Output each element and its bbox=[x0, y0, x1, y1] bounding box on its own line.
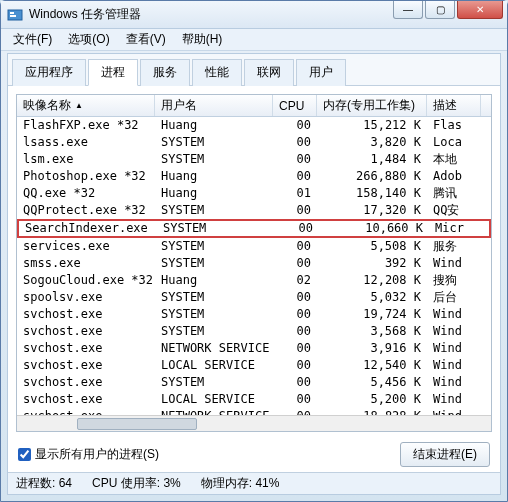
tab-strip: 应用程序 进程 服务 性能 联网 用户 bbox=[8, 54, 500, 86]
cell-user: SYSTEM bbox=[155, 151, 273, 168]
table-row[interactable]: smss.exeSYSTEM00392 KWind bbox=[17, 255, 491, 272]
cell-user: Huang bbox=[155, 185, 273, 202]
table-row[interactable]: services.exeSYSTEM005,508 K服务 bbox=[17, 238, 491, 255]
table-row[interactable]: svchost.exeLOCAL SERVICE0012,540 KWind bbox=[17, 357, 491, 374]
status-cpu: CPU 使用率: 3% bbox=[92, 475, 181, 492]
cell-name: Photoshop.exe *32 bbox=[17, 168, 155, 185]
menu-help[interactable]: 帮助(H) bbox=[174, 29, 231, 50]
table-row[interactable]: lsass.exeSYSTEM003,820 KLoca bbox=[17, 134, 491, 151]
cell-cpu: 00 bbox=[273, 340, 317, 357]
table-row[interactable]: svchost.exeNETWORK SERVICE003,916 KWind bbox=[17, 340, 491, 357]
show-all-users-checkbox[interactable]: 显示所有用户的进程(S) bbox=[18, 446, 400, 463]
cell-mem: 3,820 K bbox=[317, 134, 427, 151]
cell-mem: 266,880 K bbox=[317, 168, 427, 185]
cell-desc: 服务 bbox=[427, 238, 481, 255]
col-cpu[interactable]: CPU bbox=[273, 95, 317, 116]
cell-cpu: 00 bbox=[273, 306, 317, 323]
cell-mem: 392 K bbox=[317, 255, 427, 272]
col-image-name[interactable]: 映像名称▲ bbox=[17, 95, 155, 116]
table-row[interactable]: Photoshop.exe *32Huang00266,880 KAdob bbox=[17, 168, 491, 185]
cell-desc: Wind bbox=[427, 340, 481, 357]
svg-rect-1 bbox=[10, 12, 14, 14]
cell-cpu: 00 bbox=[273, 255, 317, 272]
cell-name: SearchIndexer.exe bbox=[19, 221, 157, 236]
table-row[interactable]: svchost.exeLOCAL SERVICE005,200 KWind bbox=[17, 391, 491, 408]
end-process-button[interactable]: 结束进程(E) bbox=[400, 442, 490, 467]
cell-name: svchost.exe bbox=[17, 340, 155, 357]
cell-user: SYSTEM bbox=[155, 255, 273, 272]
menu-view[interactable]: 查看(V) bbox=[118, 29, 174, 50]
table-row[interactable]: svchost.exeSYSTEM003,568 KWind bbox=[17, 323, 491, 340]
cell-user: Huang bbox=[155, 168, 273, 185]
cell-cpu: 00 bbox=[273, 151, 317, 168]
cell-cpu: 00 bbox=[273, 134, 317, 151]
tab-networking[interactable]: 联网 bbox=[244, 59, 294, 86]
cell-user: SYSTEM bbox=[157, 221, 275, 236]
horizontal-scrollbar[interactable] bbox=[17, 415, 491, 431]
maximize-button[interactable]: ▢ bbox=[425, 1, 455, 19]
cell-mem: 5,456 K bbox=[317, 374, 427, 391]
table-row[interactable]: lsm.exeSYSTEM001,484 K本地 bbox=[17, 151, 491, 168]
tab-users[interactable]: 用户 bbox=[296, 59, 346, 86]
close-button[interactable]: ✕ bbox=[457, 1, 503, 19]
scrollbar-thumb[interactable] bbox=[77, 418, 197, 430]
cell-desc: Wind bbox=[427, 306, 481, 323]
cell-desc: QQ安 bbox=[427, 202, 481, 219]
table-row[interactable]: QQProtect.exe *32SYSTEM0017,320 KQQ安 bbox=[17, 202, 491, 219]
minimize-button[interactable]: — bbox=[393, 1, 423, 19]
svg-rect-2 bbox=[10, 15, 16, 17]
cell-name: svchost.exe bbox=[17, 306, 155, 323]
cell-cpu: 00 bbox=[273, 117, 317, 134]
bottom-controls: 显示所有用户的进程(S) 结束进程(E) bbox=[8, 436, 500, 473]
col-description[interactable]: 描述 bbox=[427, 95, 481, 116]
process-list: 映像名称▲ 用户名 CPU 内存(专用工作集) 描述 FlashFXP.exe … bbox=[16, 94, 492, 432]
window-controls: — ▢ ✕ bbox=[393, 1, 503, 19]
tab-services[interactable]: 服务 bbox=[140, 59, 190, 86]
menu-options[interactable]: 选项(O) bbox=[60, 29, 117, 50]
table-row[interactable]: svchost.exeSYSTEM0019,724 KWind bbox=[17, 306, 491, 323]
cell-desc: 本地 bbox=[427, 151, 481, 168]
table-row[interactable]: SogouCloud.exe *32Huang0212,208 K搜狗 bbox=[17, 272, 491, 289]
tab-processes[interactable]: 进程 bbox=[88, 59, 138, 86]
table-row[interactable]: FlashFXP.exe *32Huang0015,212 KFlas bbox=[17, 117, 491, 134]
col-memory[interactable]: 内存(专用工作集) bbox=[317, 95, 427, 116]
task-manager-window: Windows 任务管理器 — ▢ ✕ 文件(F) 选项(O) 查看(V) 帮助… bbox=[0, 0, 508, 502]
cell-user: Huang bbox=[155, 272, 273, 289]
table-row[interactable]: svchost.exeSYSTEM005,456 KWind bbox=[17, 374, 491, 391]
cell-name: svchost.exe bbox=[17, 391, 155, 408]
cell-user: SYSTEM bbox=[155, 323, 273, 340]
cell-name: QQ.exe *32 bbox=[17, 185, 155, 202]
cell-name: smss.exe bbox=[17, 255, 155, 272]
client-area: 应用程序 进程 服务 性能 联网 用户 映像名称▲ 用户名 CPU 内存(专用工… bbox=[7, 53, 501, 495]
cell-mem: 5,200 K bbox=[317, 391, 427, 408]
cell-desc: 搜狗 bbox=[427, 272, 481, 289]
cell-mem: 5,508 K bbox=[317, 238, 427, 255]
list-body: FlashFXP.exe *32Huang0015,212 KFlaslsass… bbox=[17, 117, 491, 425]
cell-user: SYSTEM bbox=[155, 289, 273, 306]
col-user[interactable]: 用户名 bbox=[155, 95, 273, 116]
tab-applications[interactable]: 应用程序 bbox=[12, 59, 86, 86]
app-icon bbox=[7, 7, 23, 23]
tab-performance[interactable]: 性能 bbox=[192, 59, 242, 86]
cell-user: SYSTEM bbox=[155, 202, 273, 219]
table-row[interactable]: SearchIndexer.exeSYSTEM0010,660 KMicr bbox=[17, 219, 491, 238]
cell-desc: 腾讯 bbox=[427, 185, 481, 202]
cell-cpu: 00 bbox=[273, 357, 317, 374]
cell-desc: Wind bbox=[427, 255, 481, 272]
cell-mem: 1,484 K bbox=[317, 151, 427, 168]
show-all-users-label: 显示所有用户的进程(S) bbox=[35, 446, 159, 463]
titlebar[interactable]: Windows 任务管理器 — ▢ ✕ bbox=[1, 1, 507, 29]
cell-desc: Flas bbox=[427, 117, 481, 134]
cell-desc: Wind bbox=[427, 323, 481, 340]
cell-cpu: 00 bbox=[273, 202, 317, 219]
cell-cpu: 00 bbox=[273, 374, 317, 391]
cell-mem: 10,660 K bbox=[319, 221, 429, 236]
cell-cpu: 00 bbox=[273, 391, 317, 408]
show-all-users-input[interactable] bbox=[18, 448, 31, 461]
table-row[interactable]: QQ.exe *32Huang01158,140 K腾讯 bbox=[17, 185, 491, 202]
menu-file[interactable]: 文件(F) bbox=[5, 29, 60, 50]
cell-user: Huang bbox=[155, 117, 273, 134]
cell-mem: 3,568 K bbox=[317, 323, 427, 340]
table-row[interactable]: spoolsv.exeSYSTEM005,032 K后台 bbox=[17, 289, 491, 306]
cell-cpu: 02 bbox=[273, 272, 317, 289]
